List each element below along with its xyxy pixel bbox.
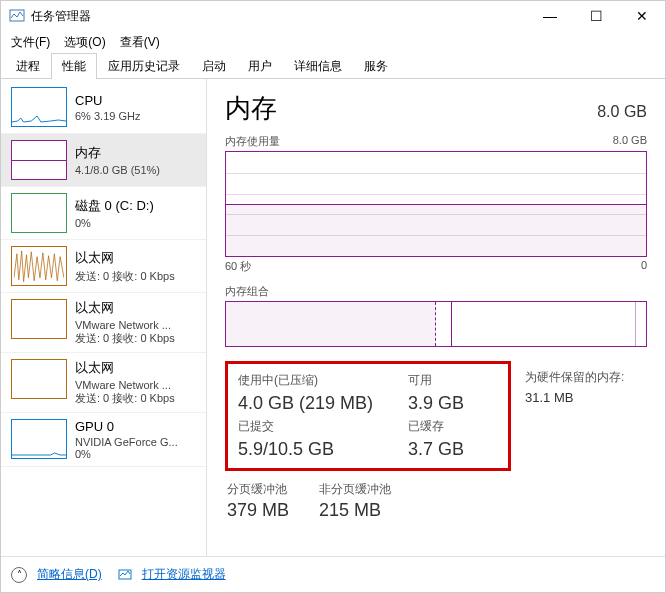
gpu-sub2: 0% (75, 448, 178, 460)
memory-composition-chart[interactable] (225, 301, 647, 347)
avail-label: 可用 (408, 372, 498, 389)
sidebar-item-eth1[interactable]: 以太网 VMware Network ... 发送: 0 接收: 0 Kbps (1, 293, 206, 353)
sidebar[interactable]: CPU 6% 3.19 GHz 内存 4.1/8.0 GB (51%) 磁盘 0… (1, 79, 207, 556)
menu-options[interactable]: 选项(O) (58, 32, 111, 53)
nonpaged-label: 非分页缓冲池 (319, 481, 391, 498)
axis-left: 60 秒 (225, 259, 251, 274)
tab-details[interactable]: 详细信息 (283, 53, 353, 79)
eth2-title: 以太网 (75, 359, 175, 377)
cpu-sub: 6% 3.19 GHz (75, 110, 140, 122)
eth0-thumb (11, 246, 67, 286)
sidebar-item-cpu[interactable]: CPU 6% 3.19 GHz (1, 81, 206, 134)
eth2-thumb (11, 359, 67, 399)
page-title: 内存 (225, 91, 277, 126)
memory-title: 内存 (75, 144, 160, 162)
disk-sub: 0% (75, 217, 154, 229)
cpu-thumb (11, 87, 67, 127)
eth1-thumb (11, 299, 67, 339)
menubar: 文件(F) 选项(O) 查看(V) (1, 31, 665, 53)
tab-startup[interactable]: 启动 (191, 53, 237, 79)
comp-standby (452, 302, 635, 346)
maximize-button[interactable]: ☐ (573, 1, 619, 31)
window-buttons: — ☐ ✕ (527, 1, 665, 31)
paged-value: 379 MB (227, 500, 289, 521)
comp-free (636, 302, 646, 346)
comp-in-use (226, 302, 436, 346)
monitor-icon (118, 568, 132, 582)
eth0-title: 以太网 (75, 249, 175, 267)
avail-value: 3.9 GB (408, 393, 498, 414)
memory-usage-chart[interactable] (225, 151, 647, 257)
menu-view[interactable]: 查看(V) (114, 32, 166, 53)
usage-chart-max: 8.0 GB (613, 134, 647, 149)
eth1-title: 以太网 (75, 299, 175, 317)
menu-file[interactable]: 文件(F) (5, 32, 56, 53)
stats-highlight-box: 使用中(已压缩) 可用 4.0 GB (219 MB) 3.9 GB 已提交 已… (225, 361, 511, 471)
task-manager-icon (9, 8, 25, 24)
in-use-value: 4.0 GB (219 MB) (238, 393, 398, 414)
tab-performance[interactable]: 性能 (51, 53, 97, 79)
sidebar-item-eth2[interactable]: 以太网 VMware Network ... 发送: 0 接收: 0 Kbps (1, 353, 206, 413)
tab-history[interactable]: 应用历史记录 (97, 53, 191, 79)
composition-label: 内存组合 (225, 284, 647, 299)
minimize-button[interactable]: — (527, 1, 573, 31)
hardware-reserved: 为硬件保留的内存: 31.1 MB (525, 361, 624, 405)
commit-label: 已提交 (238, 418, 398, 435)
cpu-title: CPU (75, 93, 140, 108)
open-resource-monitor-link[interactable]: 打开资源监视器 (142, 566, 226, 583)
task-manager-window: 任务管理器 — ☐ ✕ 文件(F) 选项(O) 查看(V) 进程 性能 应用历史… (0, 0, 666, 593)
svg-rect-0 (10, 10, 24, 21)
close-button[interactable]: ✕ (619, 1, 665, 31)
gpu-sub1: NVIDIA GeForce G... (75, 436, 178, 448)
paged-label: 分页缓冲池 (227, 481, 289, 498)
tab-processes[interactable]: 进程 (5, 53, 51, 79)
footer: ˄ 简略信息(D) 打开资源监视器 (1, 556, 665, 592)
eth1-sub1: VMware Network ... (75, 319, 175, 331)
window-title: 任务管理器 (31, 8, 527, 25)
sidebar-item-memory[interactable]: 内存 4.1/8.0 GB (51%) (1, 134, 206, 187)
sidebar-item-disk[interactable]: 磁盘 0 (C: D:) 0% (1, 187, 206, 240)
in-use-label: 使用中(已压缩) (238, 372, 398, 389)
fewer-details-link[interactable]: 简略信息(D) (37, 566, 102, 583)
axis-right: 0 (641, 259, 647, 274)
gpu-title: GPU 0 (75, 419, 178, 434)
main-panel: 内存 8.0 GB 内存使用量 8.0 GB 60 秒 0 (207, 79, 665, 556)
comp-modified (436, 302, 453, 346)
reserved-label: 为硬件保留的内存: (525, 369, 624, 386)
disk-thumb (11, 193, 67, 233)
tab-users[interactable]: 用户 (237, 53, 283, 79)
sidebar-item-eth0[interactable]: 以太网 发送: 0 接收: 0 Kbps (1, 240, 206, 293)
content: CPU 6% 3.19 GHz 内存 4.1/8.0 GB (51%) 磁盘 0… (1, 79, 665, 556)
tab-services[interactable]: 服务 (353, 53, 399, 79)
eth0-sub: 发送: 0 接收: 0 Kbps (75, 269, 175, 284)
memory-thumb (11, 140, 67, 180)
titlebar[interactable]: 任务管理器 — ☐ ✕ (1, 1, 665, 31)
sidebar-item-gpu[interactable]: GPU 0 NVIDIA GeForce G... 0% (1, 413, 206, 467)
nonpaged-value: 215 MB (319, 500, 391, 521)
reserved-value: 31.1 MB (525, 390, 624, 405)
tab-bar: 进程 性能 应用历史记录 启动 用户 详细信息 服务 (1, 53, 665, 79)
commit-value: 5.9/10.5 GB (238, 439, 398, 460)
cached-value: 3.7 GB (408, 439, 498, 460)
memory-sub: 4.1/8.0 GB (51%) (75, 164, 160, 176)
cached-label: 已缓存 (408, 418, 498, 435)
eth1-sub2: 发送: 0 接收: 0 Kbps (75, 331, 175, 346)
memory-total: 8.0 GB (597, 103, 647, 121)
disk-title: 磁盘 0 (C: D:) (75, 197, 154, 215)
chevron-up-icon[interactable]: ˄ (11, 567, 27, 583)
eth2-sub1: VMware Network ... (75, 379, 175, 391)
eth2-sub2: 发送: 0 接收: 0 Kbps (75, 391, 175, 406)
usage-chart-label: 内存使用量 (225, 134, 280, 149)
gpu-thumb (11, 419, 67, 459)
